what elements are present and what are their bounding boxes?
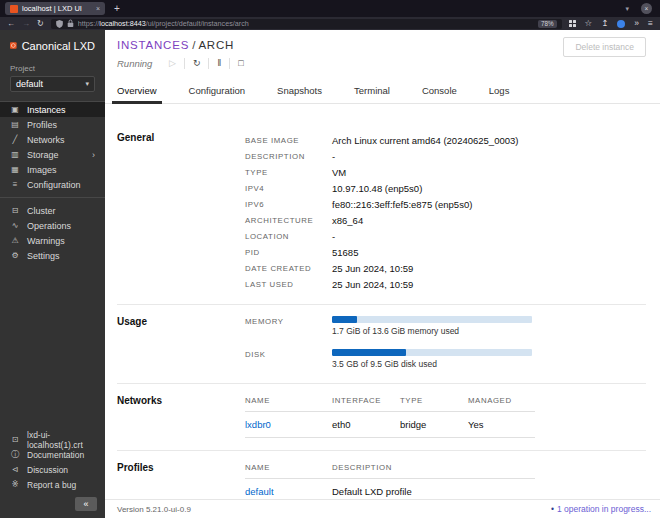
sidebar: Canonical LXD Project default ▾ ▣ Instan… [0,30,105,518]
window-close-icon[interactable]: × [641,3,652,14]
column-header: INTERFACE [332,395,400,412]
main-panel: INSTANCES/ARCH Delete instance Running ▷… [105,30,660,518]
sidebar-collapse-button[interactable]: « [75,497,97,511]
column-header: NAME [245,395,332,412]
sidebar-item-cluster[interactable]: ⊟ Cluster [0,203,105,218]
account-circle-icon[interactable] [617,20,625,28]
reload-icon[interactable]: ↻ [37,20,44,28]
breadcrumb-instances-link[interactable]: INSTANCES [117,39,189,51]
tab-close-icon[interactable]: × [96,5,100,12]
back-icon[interactable]: ← [7,20,15,28]
sidebar-item-storage[interactable]: ▥ Storage › [0,147,105,162]
general-row: IPV6fe80::216:3eff:fef5:e875 (enp5s0) [245,196,646,212]
column-header: DESCRIPTION [332,462,535,479]
delete-instance-button[interactable]: Delete instance [563,37,646,57]
lxd-logo-icon [10,39,17,52]
general-row: IPV410.97.10.48 (enp5s0) [245,180,646,196]
tab-overview[interactable]: Overview [112,80,162,104]
column-header: TYPE [400,395,468,412]
general-row: TYPEVM [245,164,646,180]
section-profiles-title: Profiles [117,462,245,499]
sidebar-item-warnings[interactable]: ⚠ Warnings [0,233,105,248]
tab-configuration[interactable]: Configuration [184,80,251,104]
profiles-icon: ▤ [10,120,20,129]
project-select-value: default [16,79,43,89]
sidebar-item-certificate[interactable]: ⊡ lxd-ui-localhost(1).crt [0,432,105,447]
brand[interactable]: Canonical LXD [0,30,105,54]
general-row: LOCATION- [245,228,646,244]
disk-meter-track [332,349,532,356]
documentation-icon: ⓘ [10,449,20,460]
zoom-level-badge[interactable]: 78% [538,20,557,28]
sidebar-item-report-bug[interactable]: ※ Report a bug [0,477,105,492]
sidebar-item-discussion[interactable]: ⊲ Discussion [0,462,105,477]
general-row: ARCHITECTUREx86_64 [245,212,646,228]
general-row: PID51685 [245,244,646,260]
sidebar-divider [0,197,105,198]
stop-instance-icon[interactable]: □ [230,59,251,68]
memory-usage-meter: MEMORY 1.7 GiB of 13.6 GiB memory used [245,316,646,336]
warnings-icon: ⚠ [10,236,20,245]
section-usage: Usage MEMORY 1.7 GiB of 13.6 GiB memory … [117,304,646,383]
url-text[interactable]: https://localhost:8443/ui/project/defaul… [78,19,534,28]
menu-icon[interactable]: ≡ [648,19,653,28]
profiles-table: NAME DESCRIPTION default Default LXD pro… [245,462,535,499]
lxd-favicon-icon [10,5,18,13]
upload-icon[interactable]: ↥ [601,19,608,28]
networks-table: NAME INTERFACE TYPE MANAGED lxdbr0 eth0 … [245,395,535,438]
network-link[interactable]: lxdbr0 [245,419,271,430]
sidebar-item-configuration[interactable]: ≡ Configuration [0,177,105,192]
list-tabs-chevron-icon[interactable]: ▾ [625,5,629,13]
configuration-icon: ≡ [10,180,20,189]
section-usage-title: Usage [117,316,245,371]
images-icon: ▦ [10,165,20,174]
network-interface: eth0 [332,412,400,438]
pause-instance-icon[interactable]: ‖ [209,59,229,68]
sidebar-item-instances[interactable]: ▣ Instances [0,102,105,117]
networks-icon: ╱ [10,135,20,144]
operations-bullet-icon: • [551,504,554,514]
lock-icon[interactable] [67,19,74,28]
discussion-icon: ⊲ [10,465,20,474]
shield-icon[interactable] [56,20,63,28]
sidebar-item-images[interactable]: ▦ Images [0,162,105,177]
general-row: DATE CREATED25 Jun 2024, 10:59 [245,260,646,276]
disk-usage-meter: DISK 3.5 GB of 9.5 GiB disk used [245,349,646,369]
browser-toolbar: ← → ↻ https://localhost:8443/ui/project/… [0,17,660,30]
overflow-chevrons-icon[interactable]: » [634,19,639,28]
sidebar-item-settings[interactable]: ⚙ Settings [0,248,105,263]
sidebar-item-networks[interactable]: ╱ Networks [0,132,105,147]
sidebar-item-profiles[interactable]: ▤ Profiles [0,117,105,132]
certificate-icon: ⊡ [10,435,20,444]
browser-tab[interactable]: localhost | LXD UI × [5,2,105,15]
instance-tabs: Overview Configuration Snapshots Termina… [105,80,660,104]
settings-icon: ⚙ [10,251,20,260]
section-profiles: Profiles NAME DESCRIPTION default [117,450,646,499]
section-networks: Networks NAME INTERFACE TYPE MANAGED [117,383,646,450]
project-select[interactable]: default ▾ [10,76,95,92]
profile-link[interactable]: default [245,486,274,497]
memory-meter-track [332,316,532,323]
table-row: lxdbr0 eth0 bridge Yes [245,412,535,438]
tab-console[interactable]: Console [417,80,462,104]
chevron-right-icon: › [92,150,95,160]
extensions-icon[interactable] [569,20,576,27]
forward-icon[interactable]: → [22,20,30,28]
operations-link[interactable]: • 1 operation in progress... [551,504,651,514]
project-label: Project [0,54,105,73]
url-bar[interactable]: https://localhost:8443/ui/project/defaul… [51,19,562,29]
brand-name: Canonical LXD [22,40,95,52]
general-row: BASE IMAGEArch Linux current amd64 (2024… [245,132,646,148]
browser-tab-strip: localhost | LXD UI × + ▾ × [0,0,660,17]
column-header: MANAGED [468,395,535,412]
bookmark-star-icon[interactable]: ☆ [585,19,593,28]
disk-meter-fill [332,349,406,356]
tab-snapshots[interactable]: Snapshots [272,80,327,104]
start-instance-icon[interactable]: ▷ [161,59,184,68]
sidebar-item-operations[interactable]: ∿ Operations [0,218,105,233]
tab-terminal[interactable]: Terminal [349,80,395,104]
new-tab-button[interactable]: + [114,3,120,14]
tab-logs[interactable]: Logs [484,80,515,104]
status-badge: Running [117,58,161,69]
restart-instance-icon[interactable]: ↻ [185,59,209,68]
